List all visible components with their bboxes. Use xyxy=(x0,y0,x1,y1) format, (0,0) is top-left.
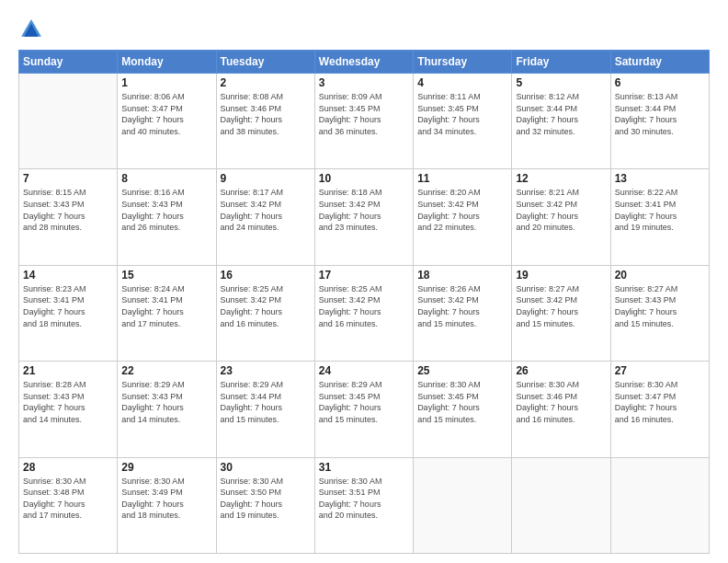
day-number: 16 xyxy=(221,269,311,282)
calendar-cell xyxy=(610,457,709,553)
day-number: 9 xyxy=(221,172,311,185)
cell-info: Sunrise: 8:29 AM Sunset: 3:44 PM Dayligh… xyxy=(221,379,311,425)
day-number: 13 xyxy=(615,172,705,185)
cell-info: Sunrise: 8:16 AM Sunset: 3:43 PM Dayligh… xyxy=(121,187,211,233)
cell-info: Sunrise: 8:25 AM Sunset: 3:42 PM Dayligh… xyxy=(319,283,409,329)
cell-info: Sunrise: 8:27 AM Sunset: 3:42 PM Dayligh… xyxy=(516,283,606,329)
calendar-cell: 18Sunrise: 8:26 AM Sunset: 3:42 PM Dayli… xyxy=(414,265,512,361)
weekday-header: Friday xyxy=(512,51,610,74)
weekday-header: Sunday xyxy=(19,51,118,74)
day-number: 11 xyxy=(417,172,507,185)
calendar-cell: 12Sunrise: 8:21 AM Sunset: 3:42 PM Dayli… xyxy=(512,169,610,265)
calendar-cell xyxy=(19,74,118,169)
day-number: 28 xyxy=(23,461,113,474)
cell-info: Sunrise: 8:30 AM Sunset: 3:45 PM Dayligh… xyxy=(417,379,507,425)
calendar-cell: 20Sunrise: 8:27 AM Sunset: 3:43 PM Dayli… xyxy=(610,265,709,361)
cell-info: Sunrise: 8:30 AM Sunset: 3:46 PM Dayligh… xyxy=(516,379,606,425)
calendar-cell: 29Sunrise: 8:30 AM Sunset: 3:49 PM Dayli… xyxy=(118,457,216,553)
cell-info: Sunrise: 8:06 AM Sunset: 3:47 PM Dayligh… xyxy=(121,91,211,137)
cell-info: Sunrise: 8:08 AM Sunset: 3:46 PM Dayligh… xyxy=(221,91,311,137)
calendar-cell: 21Sunrise: 8:28 AM Sunset: 3:43 PM Dayli… xyxy=(19,362,118,457)
day-number: 18 xyxy=(417,269,507,282)
calendar-cell: 27Sunrise: 8:30 AM Sunset: 3:47 PM Dayli… xyxy=(610,362,709,457)
day-number: 21 xyxy=(23,364,113,377)
day-number: 17 xyxy=(319,269,409,282)
day-number: 26 xyxy=(516,364,606,377)
calendar-cell: 22Sunrise: 8:29 AM Sunset: 3:43 PM Dayli… xyxy=(118,362,216,457)
day-number: 15 xyxy=(121,269,211,282)
cell-info: Sunrise: 8:12 AM Sunset: 3:44 PM Dayligh… xyxy=(516,91,606,137)
cell-info: Sunrise: 8:13 AM Sunset: 3:44 PM Dayligh… xyxy=(615,91,705,137)
weekday-header: Thursday xyxy=(414,51,512,74)
cell-info: Sunrise: 8:20 AM Sunset: 3:42 PM Dayligh… xyxy=(417,187,507,233)
day-number: 3 xyxy=(319,76,409,89)
calendar-cell: 3Sunrise: 8:09 AM Sunset: 3:45 PM Daylig… xyxy=(314,74,413,169)
calendar-cell: 6Sunrise: 8:13 AM Sunset: 3:44 PM Daylig… xyxy=(610,74,709,169)
cell-info: Sunrise: 8:23 AM Sunset: 3:41 PM Dayligh… xyxy=(23,283,113,329)
calendar-cell: 31Sunrise: 8:30 AM Sunset: 3:51 PM Dayli… xyxy=(314,457,413,553)
day-number: 7 xyxy=(23,172,113,185)
cell-info: Sunrise: 8:30 AM Sunset: 3:47 PM Dayligh… xyxy=(615,379,705,425)
cell-info: Sunrise: 8:11 AM Sunset: 3:45 PM Dayligh… xyxy=(417,91,507,137)
calendar-cell: 9Sunrise: 8:17 AM Sunset: 3:42 PM Daylig… xyxy=(216,169,314,265)
cell-info: Sunrise: 8:09 AM Sunset: 3:45 PM Dayligh… xyxy=(319,91,409,137)
cell-info: Sunrise: 8:21 AM Sunset: 3:42 PM Dayligh… xyxy=(516,187,606,233)
day-number: 1 xyxy=(121,76,211,89)
logo-icon xyxy=(18,17,44,42)
cell-info: Sunrise: 8:15 AM Sunset: 3:43 PM Dayligh… xyxy=(23,187,113,233)
calendar-cell xyxy=(512,457,610,553)
calendar-cell: 1Sunrise: 8:06 AM Sunset: 3:47 PM Daylig… xyxy=(118,74,216,169)
calendar-cell: 25Sunrise: 8:30 AM Sunset: 3:45 PM Dayli… xyxy=(414,362,512,457)
calendar-table: SundayMondayTuesdayWednesdayThursdayFrid… xyxy=(18,50,710,554)
day-number: 24 xyxy=(319,364,409,377)
calendar-cell xyxy=(414,457,512,553)
day-number: 6 xyxy=(615,76,705,89)
logo xyxy=(18,17,48,42)
day-number: 5 xyxy=(516,76,606,89)
cell-info: Sunrise: 8:30 AM Sunset: 3:50 PM Dayligh… xyxy=(221,476,311,522)
weekday-header: Saturday xyxy=(610,51,709,74)
calendar-cell: 17Sunrise: 8:25 AM Sunset: 3:42 PM Dayli… xyxy=(314,265,413,361)
calendar-cell: 26Sunrise: 8:30 AM Sunset: 3:46 PM Dayli… xyxy=(512,362,610,457)
calendar-cell: 30Sunrise: 8:30 AM Sunset: 3:50 PM Dayli… xyxy=(216,457,314,553)
day-number: 29 xyxy=(121,461,211,474)
calendar-cell: 10Sunrise: 8:18 AM Sunset: 3:42 PM Dayli… xyxy=(314,169,413,265)
weekday-header: Monday xyxy=(118,51,216,74)
cell-info: Sunrise: 8:25 AM Sunset: 3:42 PM Dayligh… xyxy=(221,283,311,329)
day-number: 14 xyxy=(23,269,113,282)
weekday-header: Tuesday xyxy=(216,51,314,74)
calendar-cell: 28Sunrise: 8:30 AM Sunset: 3:48 PM Dayli… xyxy=(19,457,118,553)
cell-info: Sunrise: 8:27 AM Sunset: 3:43 PM Dayligh… xyxy=(615,283,705,329)
page: SundayMondayTuesdayWednesdayThursdayFrid… xyxy=(0,0,728,563)
day-number: 2 xyxy=(221,76,311,89)
day-number: 30 xyxy=(221,461,311,474)
calendar-cell: 5Sunrise: 8:12 AM Sunset: 3:44 PM Daylig… xyxy=(512,74,610,169)
calendar-cell: 23Sunrise: 8:29 AM Sunset: 3:44 PM Dayli… xyxy=(216,362,314,457)
cell-info: Sunrise: 8:26 AM Sunset: 3:42 PM Dayligh… xyxy=(417,283,507,329)
day-number: 22 xyxy=(121,364,211,377)
calendar-cell: 11Sunrise: 8:20 AM Sunset: 3:42 PM Dayli… xyxy=(414,169,512,265)
cell-info: Sunrise: 8:29 AM Sunset: 3:45 PM Dayligh… xyxy=(319,379,409,425)
weekday-header: Wednesday xyxy=(314,51,413,74)
cell-info: Sunrise: 8:30 AM Sunset: 3:49 PM Dayligh… xyxy=(121,476,211,522)
day-number: 23 xyxy=(221,364,311,377)
calendar-cell: 2Sunrise: 8:08 AM Sunset: 3:46 PM Daylig… xyxy=(216,74,314,169)
header xyxy=(18,17,710,42)
calendar-cell: 13Sunrise: 8:22 AM Sunset: 3:41 PM Dayli… xyxy=(610,169,709,265)
cell-info: Sunrise: 8:30 AM Sunset: 3:48 PM Dayligh… xyxy=(23,476,113,522)
day-number: 31 xyxy=(319,461,409,474)
calendar-cell: 15Sunrise: 8:24 AM Sunset: 3:41 PM Dayli… xyxy=(118,265,216,361)
calendar-cell: 19Sunrise: 8:27 AM Sunset: 3:42 PM Dayli… xyxy=(512,265,610,361)
day-number: 8 xyxy=(121,172,211,185)
calendar-header-row: SundayMondayTuesdayWednesdayThursdayFrid… xyxy=(19,51,710,74)
cell-info: Sunrise: 8:22 AM Sunset: 3:41 PM Dayligh… xyxy=(615,187,705,233)
cell-info: Sunrise: 8:17 AM Sunset: 3:42 PM Dayligh… xyxy=(221,187,311,233)
day-number: 25 xyxy=(417,364,507,377)
calendar-week-row: 14Sunrise: 8:23 AM Sunset: 3:41 PM Dayli… xyxy=(19,265,710,361)
day-number: 20 xyxy=(615,269,705,282)
cell-info: Sunrise: 8:24 AM Sunset: 3:41 PM Dayligh… xyxy=(121,283,211,329)
cell-info: Sunrise: 8:28 AM Sunset: 3:43 PM Dayligh… xyxy=(23,379,113,425)
calendar-cell: 4Sunrise: 8:11 AM Sunset: 3:45 PM Daylig… xyxy=(414,74,512,169)
cell-info: Sunrise: 8:18 AM Sunset: 3:42 PM Dayligh… xyxy=(319,187,409,233)
calendar-cell: 14Sunrise: 8:23 AM Sunset: 3:41 PM Dayli… xyxy=(19,265,118,361)
